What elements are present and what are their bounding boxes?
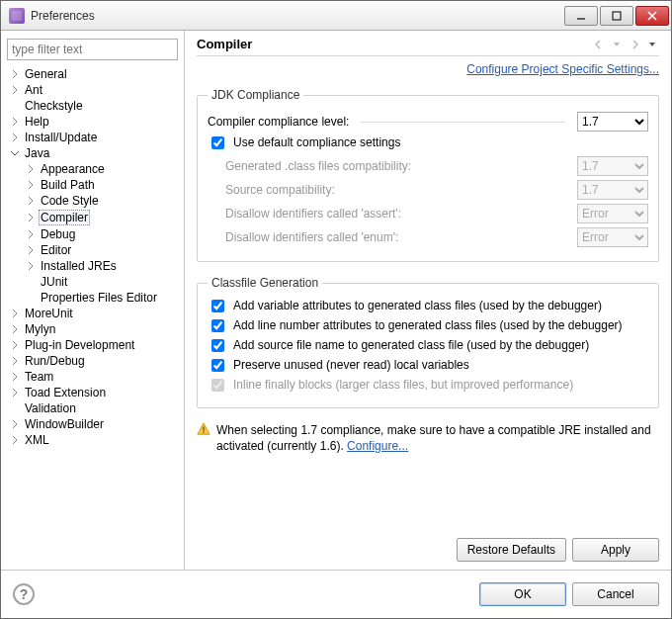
- tree-item-properties-editor[interactable]: Properties Files Editor: [7, 290, 178, 306]
- divider: [361, 122, 565, 123]
- back-menu-icon[interactable]: [610, 38, 624, 51]
- chevron-right-icon: [9, 308, 21, 319]
- chevron-right-icon: [9, 434, 21, 446]
- minimize-button[interactable]: [564, 6, 598, 26]
- window-title: Preferences: [31, 9, 562, 23]
- compliance-level-label: Compiler compliance level:: [208, 115, 349, 129]
- chevron-right-icon: [25, 212, 37, 223]
- tree-item-run-debug[interactable]: Run/Debug: [7, 353, 178, 369]
- forward-icon[interactable]: [628, 38, 641, 51]
- nav-toolbar: [592, 38, 659, 51]
- gen-class-select: 1.7: [577, 156, 648, 176]
- inline-finally-checkbox: [211, 379, 224, 392]
- gen-class-label: Generated .class files compatibility:: [225, 159, 411, 173]
- tree-item-build-path[interactable]: Build Path: [7, 177, 178, 193]
- tree-item-appearance[interactable]: Appearance: [7, 161, 178, 177]
- compliance-warning: When selecting 1.7 compliance, make sure…: [197, 422, 659, 454]
- chevron-right-icon: [25, 244, 37, 256]
- apply-button[interactable]: Apply: [572, 538, 659, 562]
- tree-item-compiler[interactable]: Compiler: [7, 209, 178, 226]
- add-line-number-checkbox[interactable]: [211, 319, 224, 332]
- pane-title: Compiler: [197, 37, 592, 51]
- svg-rect-4: [203, 426, 204, 430]
- warning-text-a: When selecting 1.7 compliance, make sure…: [216, 423, 651, 453]
- tree-item-plugin-dev[interactable]: Plug-in Development: [7, 337, 178, 353]
- chevron-right-icon: [9, 371, 21, 383]
- tree-item-xml[interactable]: XML: [7, 432, 178, 448]
- tree-item-java[interactable]: Java: [7, 145, 178, 161]
- classfile-legend: Classfile Generation: [208, 276, 322, 290]
- src-compat-label: Source compatibility:: [225, 183, 335, 197]
- enum-label: Disallow identifiers called 'enum':: [225, 230, 398, 244]
- tree-item-validation[interactable]: Validation: [7, 400, 178, 416]
- jdk-legend: JDK Compliance: [208, 88, 303, 102]
- tree-item-moreunit[interactable]: MoreUnit: [7, 306, 178, 321]
- view-menu-icon[interactable]: [645, 38, 659, 51]
- inline-finally-label: Inline finally blocks (larger class file…: [233, 378, 573, 392]
- svg-rect-5: [203, 432, 204, 433]
- tree-item-windowbuilder[interactable]: WindowBuilder: [7, 416, 178, 432]
- tree-item-team[interactable]: Team: [7, 369, 178, 385]
- chevron-right-icon: [25, 179, 37, 191]
- tree-item-mylyn[interactable]: Mylyn: [7, 321, 178, 337]
- tree-item-ant[interactable]: Ant: [7, 82, 178, 98]
- add-source-name-checkbox[interactable]: [211, 339, 224, 352]
- preferences-tree: General Ant Checkstyle Help Install/Upda…: [7, 66, 178, 448]
- svg-rect-1: [613, 12, 621, 20]
- tree-item-java-editor[interactable]: Editor: [7, 242, 178, 258]
- compliance-level-select[interactable]: 1.7: [577, 112, 648, 132]
- configure-project-link[interactable]: Configure Project Specific Settings...: [466, 62, 659, 76]
- maximize-button[interactable]: [600, 6, 633, 26]
- assert-select: Error: [577, 204, 648, 223]
- tree-item-help[interactable]: Help: [7, 114, 178, 130]
- assert-label: Disallow identifiers called 'assert':: [225, 207, 401, 221]
- tree-item-installed-jres[interactable]: Installed JREs: [7, 258, 178, 274]
- warning-icon: [197, 422, 210, 436]
- jdk-compliance-group: JDK Compliance Compiler compliance level…: [197, 88, 659, 262]
- chevron-right-icon: [9, 68, 21, 80]
- chevron-right-icon: [9, 132, 21, 143]
- add-line-number-label: Add line number attributes to generated …: [233, 318, 623, 332]
- tree-item-general[interactable]: General: [7, 66, 178, 82]
- add-variable-attr-checkbox[interactable]: [211, 300, 224, 312]
- preserve-unused-checkbox[interactable]: [211, 359, 224, 372]
- preserve-unused-label: Preserve unused (never read) local varia…: [233, 358, 469, 372]
- preferences-tree-panel: General Ant Checkstyle Help Install/Upda…: [1, 31, 185, 570]
- classfile-generation-group: Classfile Generation Add variable attrib…: [197, 276, 659, 408]
- chevron-right-icon: [25, 163, 37, 175]
- titlebar: Preferences: [1, 1, 671, 31]
- chevron-right-icon: [9, 339, 21, 351]
- chevron-right-icon: [9, 84, 21, 96]
- cancel-button[interactable]: Cancel: [572, 582, 659, 606]
- use-default-label: Use default compliance settings: [233, 135, 400, 149]
- tree-item-junit[interactable]: JUnit: [7, 274, 178, 290]
- chevron-right-icon: [9, 355, 21, 367]
- help-icon[interactable]: ?: [13, 583, 35, 605]
- blank-icon: [25, 276, 37, 288]
- blank-icon: [9, 100, 21, 112]
- src-compat-select: 1.7: [577, 180, 648, 200]
- configure-jre-link[interactable]: Configure...: [347, 439, 408, 453]
- back-icon[interactable]: [592, 38, 606, 51]
- blank-icon: [25, 292, 37, 304]
- filter-input[interactable]: [7, 39, 178, 60]
- restore-defaults-button[interactable]: Restore Defaults: [457, 538, 566, 562]
- blank-icon: [9, 402, 21, 414]
- chevron-right-icon: [9, 387, 21, 398]
- chevron-right-icon: [9, 418, 21, 430]
- enum-select: Error: [577, 227, 648, 247]
- chevron-right-icon: [25, 228, 37, 240]
- warning-text: When selecting 1.7 compliance, make sure…: [216, 422, 659, 454]
- dialog-footer: ? OK Cancel: [1, 571, 671, 618]
- close-button[interactable]: [635, 6, 669, 26]
- tree-item-install-update[interactable]: Install/Update: [7, 130, 178, 145]
- add-variable-attr-label: Add variable attributes to generated cla…: [233, 299, 602, 312]
- chevron-right-icon: [9, 116, 21, 128]
- tree-item-code-style[interactable]: Code Style: [7, 193, 178, 209]
- tree-item-toad[interactable]: Toad Extension: [7, 385, 178, 400]
- ok-button[interactable]: OK: [479, 582, 566, 606]
- tree-item-java-debug[interactable]: Debug: [7, 226, 178, 242]
- add-source-name-label: Add source file name to generated class …: [233, 338, 589, 352]
- use-default-checkbox[interactable]: [211, 136, 224, 149]
- tree-item-checkstyle[interactable]: Checkstyle: [7, 98, 178, 114]
